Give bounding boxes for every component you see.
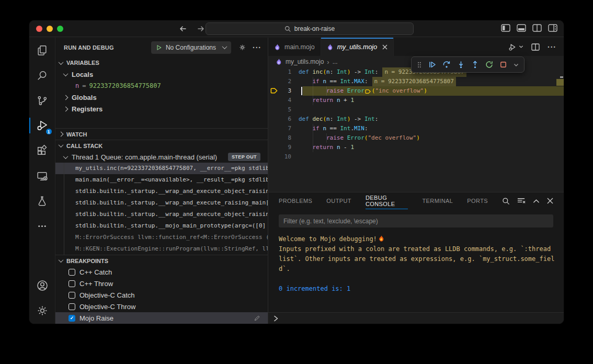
split-editor-icon[interactable] [532,24,542,32]
sidebar-item-search[interactable] [29,66,55,84]
gutter[interactable]: 2 [268,77,299,86]
sidebar-item-run-and-debug[interactable]: 1 [29,117,55,134]
panel-tabs: PROBLEMSOUTPUTDEBUG CONSOLETERMINALPORTS [279,192,488,209]
sidebar-item-remote-explorer[interactable] [29,167,55,185]
sidebar-item-source-control[interactable] [29,92,55,109]
step-over-button[interactable] [442,61,451,69]
close-window-button[interactable] [36,26,42,32]
debug-settings-gear-icon[interactable] [238,43,246,51]
panel-tab-debug-console[interactable]: DEBUG CONSOLE [366,192,408,209]
call-stack-header[interactable]: CALL STACK [55,140,268,151]
split-editor-icon[interactable] [531,43,540,51]
toggle-panel-icon[interactable] [517,24,526,32]
chevron-down-button[interactable] [514,63,519,67]
drag-handle-button[interactable] [417,61,422,69]
code-line[interactable]: 6def dec(n: Int) -> Int: [268,115,564,124]
variable-n-row[interactable]: n = 9223372036854775807 [55,80,268,92]
sidebar-item-more[interactable] [29,217,55,235]
gutter[interactable]: 1 [268,67,299,77]
restart-button[interactable] [485,61,493,69]
gutter[interactable]: 9 [268,143,299,152]
gutter[interactable]: 3 [268,86,299,96]
step-out-badge[interactable]: STEP OUT [228,153,260,161]
minimize-window-button[interactable] [47,26,53,32]
paused-breakpoint-icon[interactable] [270,87,278,95]
filter-search-icon[interactable] [502,197,510,205]
customize-layout-icon[interactable] [548,24,557,32]
globals-row[interactable]: Globals [55,92,268,103]
overview-ruler[interactable] [556,67,564,192]
step-out-button[interactable] [471,61,479,69]
search-command-center[interactable]: break-on-raise [206,22,414,35]
console-input-row[interactable] [268,312,564,324]
close-tab-icon[interactable] [382,44,387,50]
sidebar-item-explorer[interactable] [29,41,55,59]
editor-tab-main.mojo[interactable]: main.mojo [268,38,321,56]
current-line-ruler-mark [556,79,564,86]
toggle-sidebar-icon[interactable] [501,24,510,32]
panel-tab-problems[interactable]: PROBLEMS [279,192,312,209]
source-control-icon [36,94,49,107]
stack-frame[interactable]: stdlib.builtin._startup.__wrap_and_execu… [55,197,268,209]
gutter[interactable]: 6 [268,115,299,124]
gutter[interactable]: 7 [268,124,299,133]
step-into-button[interactable] [457,61,465,69]
maximize-panel-icon[interactable] [533,199,540,203]
code-line[interactable]: 10 [268,152,564,162]
checkbox-unchecked[interactable] [69,303,75,310]
variables-header[interactable]: VARIABLES [55,57,268,69]
settings-button[interactable] [29,302,55,320]
gutter[interactable]: 8 [268,133,299,143]
sidebar-item-testing[interactable] [29,192,55,210]
run-or-debug-icon[interactable] [508,43,523,51]
stack-frame[interactable]: M::ErrorOrSuccess llvm::function_ref<M::… [55,232,268,243]
chevron-down-icon [59,60,64,65]
gutter[interactable]: 10 [268,152,299,162]
editor-tab-my_utils.mojo[interactable]: my_utils.mojo [321,38,394,56]
code-editor[interactable]: 1def inc(n: Int) -> Int:n = 922337203685… [268,67,564,192]
panel-tab-terminal[interactable]: TERMINAL [422,192,453,209]
back-arrow-icon[interactable] [178,25,187,33]
panel-tab-ports[interactable]: PORTS [467,192,488,209]
stack-frame[interactable]: my_utils.inc(n=9223372036854775807, __er… [55,163,268,174]
checkbox-unchecked[interactable] [69,280,75,287]
code-text: def dec(n: Int) -> Int: [299,115,378,124]
stack-frame[interactable]: stdlib.builtin._startup.__wrap_and_execu… [55,209,268,220]
console-filter-input[interactable] [279,214,553,228]
breakpoints-header[interactable]: BREAKPOINTS [55,255,268,266]
breakpoint-row[interactable]: C++ Throw [55,278,268,289]
debug-console-output[interactable]: Welcome to Mojo debugging!Inputs prefixe… [268,228,564,312]
stack-frame[interactable]: stdlib.builtin._startup.__wrap_and_execu… [55,186,268,197]
registers-row[interactable]: Registers [55,103,268,115]
panel-tab-output[interactable]: OUTPUT [326,192,351,209]
accounts-button[interactable] [29,277,55,294]
locals-row[interactable]: Locals [55,69,268,80]
close-panel-icon[interactable] [547,198,553,204]
stack-frame[interactable]: stdlib.builtin._startup.__mojo_main_prot… [55,220,268,232]
forward-arrow-icon[interactable] [197,25,206,33]
sidebar-item-extensions[interactable] [29,142,55,160]
checkbox-unchecked[interactable] [69,292,75,299]
breakpoint-row[interactable]: C++ Catch [55,266,268,278]
code-line[interactable]: 5 [268,105,564,115]
stop-button[interactable] [499,61,507,69]
panel-header: PROBLEMSOUTPUTDEBUG CONSOLETERMINALPORTS [268,192,564,209]
zoom-window-button[interactable] [57,26,63,32]
watch-header[interactable]: WATCH [55,128,268,140]
editor-more-actions-icon[interactable] [548,42,556,52]
continue-button[interactable] [428,61,436,69]
gutter[interactable]: 5 [268,105,299,115]
sidebar-more-actions-icon[interactable] [253,43,261,52]
checkbox-checked[interactable] [69,315,75,322]
stack-frame[interactable]: M::KGEN::ExecutionEngine::runProgram(llv… [55,243,268,255]
breakpoint-row[interactable]: Mojo Raise [55,312,268,324]
gutter[interactable]: 4 [268,96,299,105]
clear-console-icon[interactable] [517,197,526,204]
breakpoint-row[interactable]: Objective-C Throw [55,301,268,312]
debug-config-dropdown[interactable]: No Configurations [151,41,231,54]
stack-frame[interactable]: main.main(__error__=<unavailable>, __res… [55,174,268,186]
edit-breakpoint-pencil-icon[interactable] [254,315,260,322]
thread-row[interactable]: Thread 1 Queue: com.apple.main-thread (s… [55,151,268,163]
breakpoint-row[interactable]: Objective-C Catch [55,289,268,301]
checkbox-unchecked[interactable] [69,269,75,276]
